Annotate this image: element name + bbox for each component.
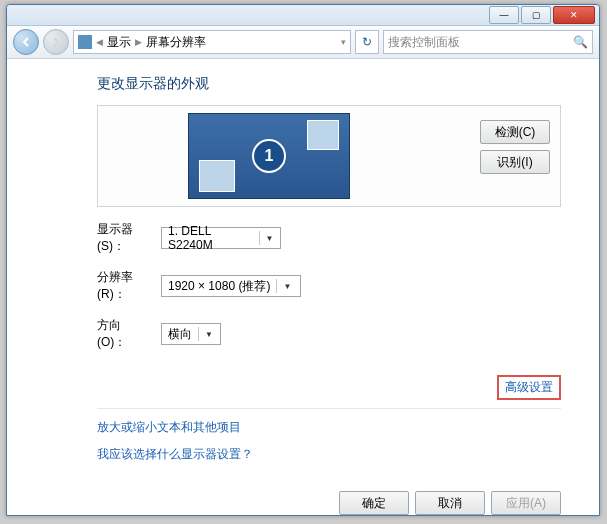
breadcrumb[interactable]: ◀ 显示 ▶ 屏幕分辨率 ▾: [73, 30, 351, 54]
label-display: 显示器(S)：: [97, 221, 149, 255]
which-settings-link[interactable]: 我应该选择什么显示器设置？: [97, 446, 561, 463]
monitor-thumbnail-small: [307, 120, 339, 150]
chevron-down-icon: ▼: [259, 231, 276, 245]
cancel-button[interactable]: 取消: [415, 491, 485, 515]
apply-button[interactable]: 应用(A): [491, 491, 561, 515]
row-resolution: 分辨率(R)： 1920 × 1080 (推荐) ▼: [97, 269, 561, 303]
label-resolution: 分辨率(R)：: [97, 269, 149, 303]
control-panel-window: — ▢ ✕ ◀ 显示 ▶ 屏幕分辨率 ▾ ↻ 搜索控制面板 🔍 更改显示器的外观: [6, 4, 600, 516]
maximize-button[interactable]: ▢: [521, 6, 551, 24]
chevron-right-icon: ▶: [135, 37, 142, 47]
display-preview-box: 1 检测(C) 识别(I): [97, 105, 561, 207]
dropdown-resolution[interactable]: 1920 × 1080 (推荐) ▼: [161, 275, 301, 297]
close-icon: ✕: [570, 10, 578, 20]
monitor-icon: [78, 35, 92, 49]
chevron-right-icon: ◀: [96, 37, 103, 47]
chevron-down-icon: ▼: [198, 327, 216, 341]
chevron-down-icon: ▼: [276, 279, 294, 293]
display-number-badge: 1: [252, 139, 286, 173]
advanced-settings-link[interactable]: 高级设置: [497, 375, 561, 400]
page-title: 更改显示器的外观: [97, 75, 561, 93]
detect-button[interactable]: 检测(C): [480, 120, 550, 144]
back-button[interactable]: [13, 29, 39, 55]
arrow-right-icon: [51, 37, 61, 47]
forward-button[interactable]: [43, 29, 69, 55]
search-input[interactable]: 搜索控制面板 🔍: [383, 30, 593, 54]
dropdown-resolution-value: 1920 × 1080 (推荐): [168, 278, 270, 295]
identify-button[interactable]: 识别(I): [480, 150, 550, 174]
maximize-icon: ▢: [532, 10, 541, 20]
row-orientation: 方向(O)： 横向 ▼: [97, 317, 561, 351]
titlebar: — ▢ ✕: [7, 5, 599, 26]
search-placeholder: 搜索控制面板: [388, 34, 460, 51]
dropdown-display[interactable]: 1. DELL S2240M ▼: [161, 227, 281, 249]
navbar: ◀ 显示 ▶ 屏幕分辨率 ▾ ↻ 搜索控制面板 🔍: [7, 26, 599, 59]
ok-button[interactable]: 确定: [339, 491, 409, 515]
refresh-button[interactable]: ↻: [355, 30, 379, 54]
advanced-link-row: 高级设置: [97, 375, 561, 400]
preview-side-buttons: 检测(C) 识别(I): [480, 120, 550, 174]
footer-buttons: 确定 取消 应用(A): [97, 491, 561, 515]
dropdown-display-value: 1. DELL S2240M: [168, 224, 253, 252]
monitor-thumbnail-small: [199, 160, 235, 192]
content-area: 更改显示器的外观 1 检测(C) 识别(I) 显示器(S)： 1. DELL S…: [7, 59, 599, 515]
search-icon: 🔍: [573, 35, 588, 49]
divider: [97, 408, 561, 409]
display-preview[interactable]: 1: [188, 113, 350, 199]
minimize-button[interactable]: —: [489, 6, 519, 24]
minimize-icon: —: [500, 10, 509, 20]
dropdown-orientation-value: 横向: [168, 326, 192, 343]
arrow-left-icon: [21, 37, 31, 47]
breadcrumb-seg-display[interactable]: 显示: [107, 34, 131, 51]
row-display: 显示器(S)： 1. DELL S2240M ▼: [97, 221, 561, 255]
breadcrumb-seg-resolution[interactable]: 屏幕分辨率: [146, 34, 206, 51]
chevron-down-icon[interactable]: ▾: [341, 37, 346, 47]
text-size-link[interactable]: 放大或缩小文本和其他项目: [97, 419, 561, 436]
close-button[interactable]: ✕: [553, 6, 595, 24]
dropdown-orientation[interactable]: 横向 ▼: [161, 323, 221, 345]
refresh-icon: ↻: [362, 35, 372, 49]
label-orientation: 方向(O)：: [97, 317, 149, 351]
